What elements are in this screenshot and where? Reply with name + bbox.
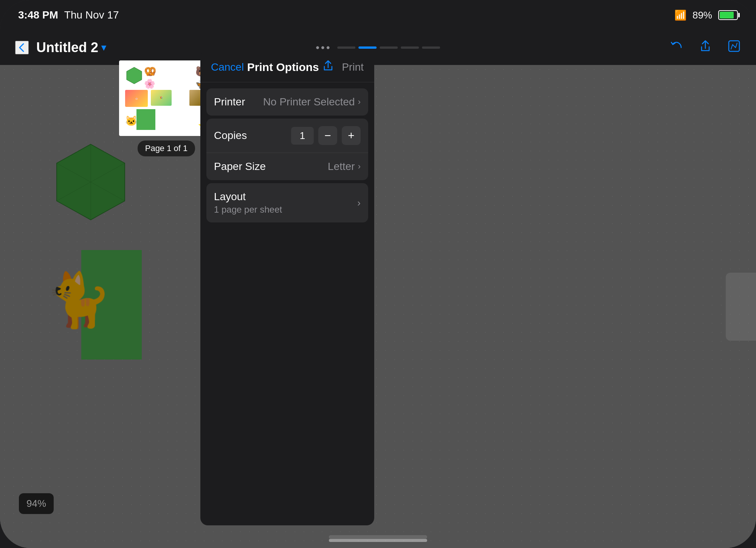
copies-row: Copies 1 − + (206, 119, 368, 153)
preview-flower: 🌸 (144, 79, 155, 89)
doc-title[interactable]: Untitled 2 ▾ (36, 40, 106, 56)
battery-percent: 89% (692, 9, 712, 21)
layout-group: Layout 1 page per sheet › (206, 183, 368, 222)
preview-pretzel: 🥨 (144, 66, 156, 77)
page-preview-thumbnail: 🥨 🐻 🦋 🌸 🎂 🎉 🐱 ⭐ (119, 60, 214, 136)
print-options-title: Print Options (247, 61, 319, 74)
back-button[interactable] (15, 41, 29, 54)
preview-card2: 🎉 (151, 90, 172, 106)
copies-paper-group: Copies 1 − + Paper Size Letter › (206, 119, 368, 180)
toolbar-tab-2-active[interactable] (359, 46, 377, 49)
edit-icon[interactable] (727, 39, 741, 56)
print-options-body: Printer No Printer Selected › Copies 1 −… (200, 82, 374, 525)
share-icon[interactable] (699, 39, 712, 56)
printer-label: Printer (214, 96, 245, 108)
printer-chevron-icon: › (358, 97, 361, 107)
preview-green-hex (125, 66, 143, 86)
preview-green-bar (136, 109, 155, 130)
undo-icon[interactable] (670, 39, 683, 56)
printer-group: Printer No Printer Selected › (206, 88, 368, 116)
layout-row[interactable]: Layout 1 page per sheet › (206, 183, 368, 222)
status-bar: 3:48 PM Thu Nov 17 📶 89% (0, 0, 756, 30)
print-share-icon[interactable] (322, 60, 334, 74)
layout-label: Layout (214, 191, 282, 203)
copies-value: 1 (291, 127, 314, 145)
preview-cat-bottom: 🐱 (125, 115, 137, 127)
print-header: Cancel Print Options Print (200, 49, 374, 82)
copies-control: 1 − + (291, 126, 361, 145)
cancel-button[interactable]: Cancel (211, 61, 244, 73)
toolbar-tab-5[interactable] (422, 46, 440, 49)
paper-size-label: Paper Size (214, 161, 266, 173)
copies-decrement-button[interactable]: − (318, 126, 337, 145)
doc-title-chevron-icon: ▾ (101, 42, 106, 53)
status-date: Thu Nov 17 (64, 9, 119, 21)
home-indicator (329, 539, 427, 542)
printer-row[interactable]: Printer No Printer Selected › (206, 88, 368, 116)
paper-size-value: Letter (328, 161, 355, 173)
toolbar-tab-3[interactable] (380, 46, 398, 49)
print-button[interactable]: Print (342, 61, 364, 73)
print-options-dialog: Cancel Print Options Print Printer (200, 49, 374, 525)
copies-increment-button[interactable]: + (342, 126, 361, 145)
battery-icon (718, 10, 738, 20)
layout-chevron-icon: › (357, 197, 361, 209)
paper-size-chevron-icon: › (358, 162, 361, 171)
layout-sublabel: 1 page per sheet (214, 204, 282, 215)
svg-marker-5 (127, 67, 142, 84)
paper-size-row[interactable]: Paper Size Letter › (206, 153, 368, 180)
preview-card1: 🎂 (125, 90, 148, 107)
printer-value: No Printer Selected (263, 96, 355, 108)
toolbar-tab-4[interactable] (401, 46, 419, 49)
device-frame: 3:48 PM Thu Nov 17 📶 89% Untitled 2 ▾ (0, 0, 756, 548)
status-time: 3:48 PM (18, 9, 58, 21)
toolbar-tab-1[interactable] (338, 46, 356, 49)
page-label: Page 1 of 1 (138, 140, 195, 156)
wifi-icon: 📶 (674, 9, 686, 21)
copies-label: Copies (214, 130, 247, 142)
